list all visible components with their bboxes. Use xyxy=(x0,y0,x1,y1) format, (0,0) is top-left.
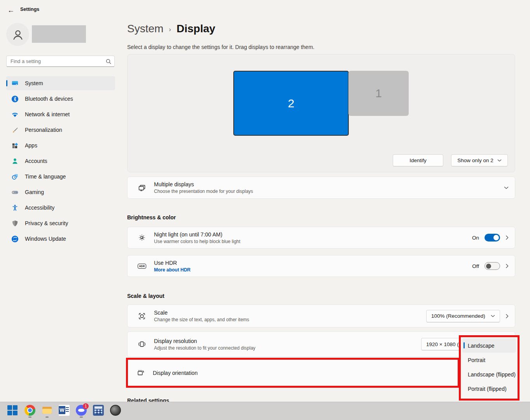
back-button[interactable]: ← xyxy=(5,5,16,16)
display-orientation-row-annotated[interactable]: Display orientation xyxy=(126,358,460,388)
sidebar-item-label: Bluetooth & devices xyxy=(25,96,73,102)
night-light-row[interactable]: Night light (on until 7:00 AM) Use warme… xyxy=(127,227,515,248)
sidebar-item-label: Network & internet xyxy=(25,111,70,117)
scale-icon xyxy=(138,312,146,320)
scale-dropdown[interactable]: 100% (Recommended) xyxy=(426,310,500,322)
search-input[interactable] xyxy=(7,58,106,64)
avatar[interactable] xyxy=(6,23,29,46)
person-icon xyxy=(11,28,24,41)
use-hdr-title: Use HDR xyxy=(154,260,472,266)
identify-button[interactable]: Identify xyxy=(393,154,443,166)
section-scale-layout: Scale & layout xyxy=(127,293,164,299)
notification-badge: 1 xyxy=(83,403,89,409)
page-subtitle: Select a display to change the settings … xyxy=(127,44,315,50)
scale-row[interactable]: Scale Change the size of text, apps, and… xyxy=(127,304,515,327)
use-hdr-row[interactable]: HDR Use HDR More about HDR Off xyxy=(127,255,515,277)
accounts-icon xyxy=(11,157,19,165)
sidebar-item-label: System xyxy=(25,80,43,86)
sidebar-nav: System Bluetooth & devices Network & int… xyxy=(6,76,115,247)
chevron-right-icon[interactable] xyxy=(506,235,509,240)
sidebar-item-gaming[interactable]: Gaming xyxy=(6,185,115,199)
running-indicator xyxy=(80,416,83,418)
accessibility-icon xyxy=(11,204,19,212)
night-light-subtitle: Use warmer colors to help block blue lig… xyxy=(154,239,472,244)
sidebar-item-label: Windows Update xyxy=(25,236,66,242)
system-icon xyxy=(11,79,19,87)
apps-icon xyxy=(11,142,19,149)
chevron-right-icon[interactable] xyxy=(506,314,509,318)
multiple-displays-title: Multiple displays xyxy=(154,181,504,187)
night-light-title: Night light (on until 7:00 AM) xyxy=(154,231,472,238)
sidebar-item-windows-update[interactable]: Windows Update xyxy=(6,232,115,246)
sidebar-item-time-language[interactable]: Time & language xyxy=(6,170,115,184)
sidebar-item-apps[interactable]: Apps xyxy=(6,138,115,152)
taskbar-chrome[interactable] xyxy=(24,404,36,418)
start-button[interactable] xyxy=(7,404,19,418)
monitor-2[interactable]: 2 xyxy=(233,71,349,136)
chevron-right-icon[interactable] xyxy=(506,264,509,268)
display-orientation-title: Display orientation xyxy=(153,370,198,376)
show-only-dropdown[interactable]: Show only on 2 xyxy=(451,154,508,166)
monitor-1[interactable]: 1 xyxy=(348,71,409,116)
display-resolution-icon xyxy=(138,340,146,348)
sidebar-item-personalization[interactable]: Personalization xyxy=(6,123,115,137)
chevron-down-icon xyxy=(491,315,495,317)
more-about-hdr-link[interactable]: More about HDR xyxy=(154,267,472,273)
sidebar-item-label: Gaming xyxy=(25,189,44,195)
breadcrumb-separator-icon: › xyxy=(169,24,171,33)
app-title: Settings xyxy=(20,7,39,12)
chevron-down-icon[interactable] xyxy=(504,186,509,189)
night-light-toggle[interactable] xyxy=(485,234,500,242)
sidebar-item-label: Accounts xyxy=(25,158,47,164)
sidebar-item-accessibility[interactable]: Accessibility xyxy=(6,201,115,215)
scale-title: Scale xyxy=(154,310,426,316)
multiple-displays-row[interactable]: Multiple displays Choose the presentatio… xyxy=(127,177,515,199)
shield-icon xyxy=(11,219,19,227)
discord-icon: 1 xyxy=(76,405,87,416)
page-title: Display xyxy=(177,23,215,35)
update-icon xyxy=(11,235,19,243)
sidebar-item-bluetooth[interactable]: Bluetooth & devices xyxy=(6,92,115,106)
chevron-down-icon xyxy=(497,159,502,162)
taskbar-world-of-tanks[interactable] xyxy=(110,404,121,418)
show-only-label: Show only on 2 xyxy=(457,158,493,163)
chrome-icon xyxy=(24,405,35,416)
menu-item-portrait-flipped[interactable]: Portrait (flipped) xyxy=(462,382,516,396)
menu-item-portrait[interactable]: Portrait xyxy=(462,353,516,367)
sidebar-item-system[interactable]: System xyxy=(6,76,115,90)
hdr-state: Off xyxy=(472,263,479,269)
section-brightness-color: Brightness & color xyxy=(127,214,176,220)
night-light-state: On xyxy=(472,235,479,241)
world-of-tanks-icon xyxy=(110,405,121,416)
bluetooth-icon xyxy=(11,95,19,103)
sidebar-item-label: Personalization xyxy=(25,127,62,133)
menu-item-landscape[interactable]: Landscape xyxy=(462,338,516,353)
taskbar-discord[interactable]: 1 xyxy=(75,404,87,418)
gamepad-icon xyxy=(11,188,19,196)
running-indicator xyxy=(28,416,31,418)
word-icon xyxy=(59,405,70,416)
sidebar-item-label: Apps xyxy=(25,142,37,149)
sidebar-item-label: Privacy & security xyxy=(25,220,68,226)
sidebar-item-privacy[interactable]: Privacy & security xyxy=(6,216,115,230)
breadcrumb-system[interactable]: System xyxy=(127,23,163,35)
taskbar-word[interactable] xyxy=(58,404,70,418)
taskbar: 1 xyxy=(0,402,530,420)
username-redacted xyxy=(32,25,86,43)
display-arrangement-card: 2 1 Identify Show only on 2 xyxy=(127,54,515,172)
wifi-icon xyxy=(11,110,19,118)
menu-item-landscape-flipped[interactable]: Landscape (flipped) xyxy=(462,367,516,382)
night-light-icon xyxy=(138,233,146,242)
settings-window: ← Settings System Bluetooth & devices xyxy=(0,0,530,420)
hdr-icon: HDR xyxy=(138,262,146,270)
sidebar-item-accounts[interactable]: Accounts xyxy=(6,154,115,168)
clock-icon xyxy=(11,173,19,180)
orientation-menu-annotated: Landscape Portrait Landscape (flipped) P… xyxy=(459,335,520,401)
taskbar-file-explorer[interactable] xyxy=(41,404,53,418)
scale-subtitle: Change the size of text, apps, and other… xyxy=(154,317,426,322)
search-box[interactable] xyxy=(6,56,115,67)
sidebar-item-network[interactable]: Network & internet xyxy=(6,107,115,121)
taskbar-calculator[interactable] xyxy=(93,404,104,418)
hdr-toggle[interactable] xyxy=(485,262,500,270)
file-explorer-icon xyxy=(42,405,52,416)
